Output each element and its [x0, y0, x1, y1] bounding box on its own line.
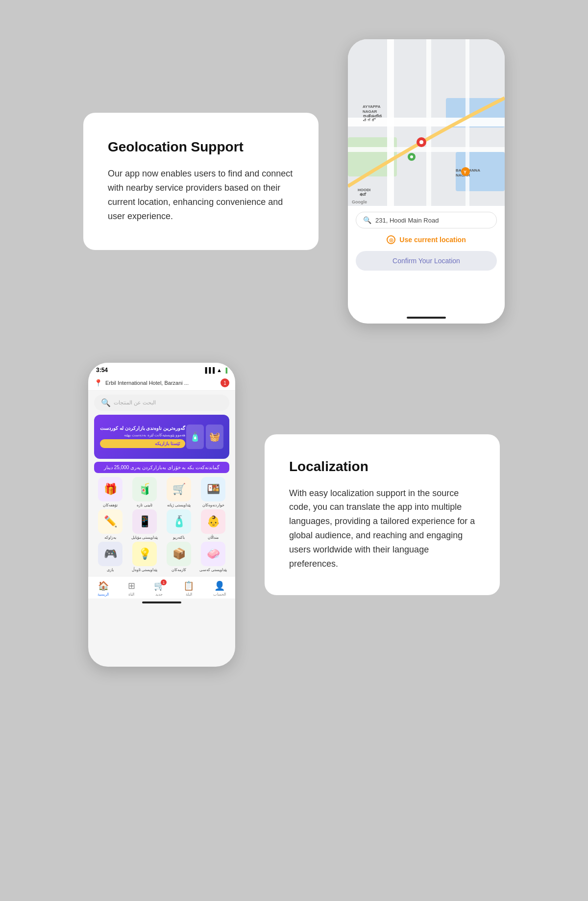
- category-icon-0: 🎁: [98, 477, 122, 501]
- category-icon-11: 🧼: [201, 542, 225, 566]
- categories-grid: 🎁 تۆهفەکان 🧃 ئابینی تازە 🛒 پێداویستی ژیا…: [88, 477, 235, 572]
- nav-categories[interactable]: ⊞ الباة: [128, 580, 135, 597]
- category-label-5: پێداویستی مۆبایل: [131, 535, 158, 540]
- category-item-10[interactable]: 📦 کازمەکان: [163, 542, 195, 572]
- signal-icon: ▐▐▐: [203, 367, 215, 373]
- category-label-0: تۆهفەکان: [103, 503, 118, 507]
- cashback-bar: گماندنەکەت بکە بە خۆزای بەبازارکردن پەری…: [94, 462, 229, 473]
- nav-home[interactable]: 🏠 الریسیة: [98, 580, 109, 597]
- banner-cta-btn[interactable]: ئێستا بازاریکە: [100, 439, 185, 448]
- category-icon-6: 🧴: [167, 509, 191, 534]
- banner-title: گەورەترین ناوەندی بازارکردن لە کوردست: [100, 425, 185, 431]
- geo-phone-mockup: AYYAPPA NAGAR ಅಯ್ಯಪ್ಪ ನಗರ್ HOODI ಹೂಡಿ BA…: [348, 39, 505, 324]
- category-item-1[interactable]: 🧃 ئابینی تازە: [128, 477, 161, 507]
- category-icon-9: 💡: [132, 542, 157, 566]
- banner-images: 🧴 🧺: [186, 425, 223, 449]
- category-icon-4: ✏️: [98, 509, 122, 534]
- category-icon-2: 🛒: [167, 477, 191, 501]
- category-item-3[interactable]: 🍱 خواردنەوەکان: [197, 477, 229, 507]
- category-icon-1: 🧃: [132, 477, 157, 501]
- nav-account-label: الحساب: [213, 592, 226, 597]
- home-indicator-2: [142, 601, 181, 603]
- battery-icon: ▐: [224, 368, 227, 373]
- svg-text:Y: Y: [464, 170, 466, 175]
- category-item-6[interactable]: 🧴 باکتەریو: [163, 509, 195, 540]
- account-nav-icon: 👤: [214, 580, 225, 591]
- svg-text:ಹೂಡಿ: ಹೂಡಿ: [359, 192, 367, 197]
- local-description: With easy localization support in the so…: [289, 486, 475, 571]
- category-item-5[interactable]: 📱 پێداویستی مۆبایل: [128, 509, 161, 540]
- svg-rect-7: [426, 39, 431, 206]
- category-item-2[interactable]: 🛒 پێداویستی ژیانە: [163, 477, 195, 507]
- local-title: Localization: [289, 459, 475, 475]
- category-label-7: منداڵان: [208, 535, 219, 540]
- category-item-0[interactable]: 🎁 تۆهفەکان: [94, 477, 126, 507]
- geo-description: Our app now enables users to find and co…: [108, 167, 294, 223]
- use-current-location-btn[interactable]: ◎ Use current location: [356, 233, 497, 246]
- location-circle-icon: ◎: [387, 235, 395, 244]
- geo-title: Geolocation Support: [108, 139, 294, 155]
- cashback-text: گماندنەکەت بکە بە خۆزای بەبازارکردن پەری…: [104, 465, 220, 470]
- svg-text:NAGAR: NAGAR: [363, 109, 377, 114]
- category-icon-10: 📦: [167, 542, 191, 566]
- map-area: AYYAPPA NAGAR ಅಯ್ಯಪ್ಪ ನಗರ್ HOODI ಹೂಡಿ BA…: [348, 39, 505, 206]
- banner-subtitle: ھەموو پێویستیەکانت لێرە بەدەست بھێنە: [100, 433, 185, 437]
- category-icon-3: 🍱: [201, 477, 225, 501]
- location-text: Erbil International Hotel, Barzani ...: [105, 380, 218, 386]
- category-label-4: یەزاوکە: [104, 535, 116, 540]
- bottom-section: 3:54 ▐▐▐ ▲ ▐ 📍 Erbil International Hotel…: [0, 343, 588, 706]
- category-item-11[interactable]: 🧼 پێداویستی کەسی: [197, 542, 229, 572]
- search-icon: 🔍: [363, 216, 371, 224]
- category-label-3: خواردنەوەکان: [202, 503, 224, 507]
- category-icon-7: 👶: [201, 509, 225, 534]
- svg-rect-8: [466, 39, 469, 206]
- map-svg: AYYAPPA NAGAR ಅಯ್ಯಪ್ಪ ನಗರ್ HOODI ಹೂಡಿ BA…: [348, 39, 505, 206]
- category-icon-5: 📱: [132, 509, 157, 534]
- phone-bottom: 🔍 231, Hoodi Main Road ◎ Use current loc…: [348, 206, 505, 314]
- svg-point-19: [419, 140, 423, 144]
- category-label-1: ئابینی تازە: [137, 503, 152, 507]
- svg-text:ನಗರ್: ನಗರ್: [363, 118, 376, 123]
- category-item-8[interactable]: 🎮 یازی: [94, 542, 126, 572]
- banner-product-1: 🧴: [186, 425, 204, 449]
- category-label-11: پێداویستی کەسی: [199, 568, 227, 572]
- time-label: 3:54: [96, 367, 108, 374]
- app-search-bar[interactable]: 🔍 البحث عن المنتجات: [94, 395, 229, 411]
- bottom-nav: 🏠 الریسیة ⊞ الباة 🛒 1 جدید 📋 البلة 👤 الح…: [88, 576, 235, 599]
- svg-text:AYYAPPA: AYYAPPA: [363, 104, 381, 109]
- top-section: Geolocation Support Our app now enables …: [0, 0, 588, 343]
- geo-card: Geolocation Support Our app now enables …: [83, 113, 318, 250]
- nav-cart[interactable]: 🛒 1 جدید: [154, 580, 165, 597]
- category-item-4[interactable]: ✏️ یەزاوکە: [94, 509, 126, 540]
- banner-product-2: 🧺: [206, 425, 223, 449]
- location-bar: 📍 Erbil International Hotel, Barzani ...…: [88, 375, 235, 391]
- nav-home-label: الریسیة: [98, 592, 109, 597]
- category-item-7[interactable]: 👶 منداڵان: [197, 509, 229, 540]
- confirm-location-button[interactable]: Confirm Your Location: [356, 251, 497, 271]
- nav-orders[interactable]: 📋 البلة: [183, 580, 194, 597]
- localization-phone-mockup: 3:54 ▐▐▐ ▲ ▐ 📍 Erbil International Hotel…: [88, 363, 235, 667]
- search-magnify-icon: 🔍: [101, 398, 111, 407]
- banner-text-col: گەورەترین ناوەندی بازارکردن لە کوردست ھە…: [100, 425, 185, 448]
- nav-account[interactable]: 👤 الحساب: [213, 580, 226, 597]
- search-bar-text: 231, Hoodi Main Road: [375, 217, 439, 224]
- category-label-8: یازی: [107, 568, 114, 572]
- category-item-9[interactable]: 💡 پێداویستی ئاوەڵ: [128, 542, 161, 572]
- category-label-10: کازمەکان: [172, 568, 186, 572]
- notification-badge: 1: [220, 378, 229, 387]
- home-indicator: [407, 317, 446, 319]
- nav-categories-label: الباة: [128, 592, 134, 597]
- location-search-bar[interactable]: 🔍 231, Hoodi Main Road: [356, 212, 497, 228]
- svg-rect-6: [387, 39, 394, 206]
- nav-orders-label: البلة: [186, 592, 192, 597]
- home-nav-icon: 🏠: [98, 580, 109, 591]
- svg-text:HOODI: HOODI: [358, 188, 370, 192]
- category-label-9: پێداویستی ئاوەڵ: [132, 568, 157, 572]
- wifi-icon: ▲: [217, 367, 222, 373]
- status-bar: 3:54 ▐▐▐ ▲ ▐: [88, 363, 235, 375]
- categories-nav-icon: ⊞: [128, 580, 135, 591]
- app-search-placeholder: البحث عن المنتجات: [114, 400, 156, 406]
- category-label-2: پێداویستی ژیانە: [167, 503, 191, 507]
- category-icon-8: 🎮: [98, 542, 122, 566]
- localization-card: Localization With easy localization supp…: [265, 434, 500, 596]
